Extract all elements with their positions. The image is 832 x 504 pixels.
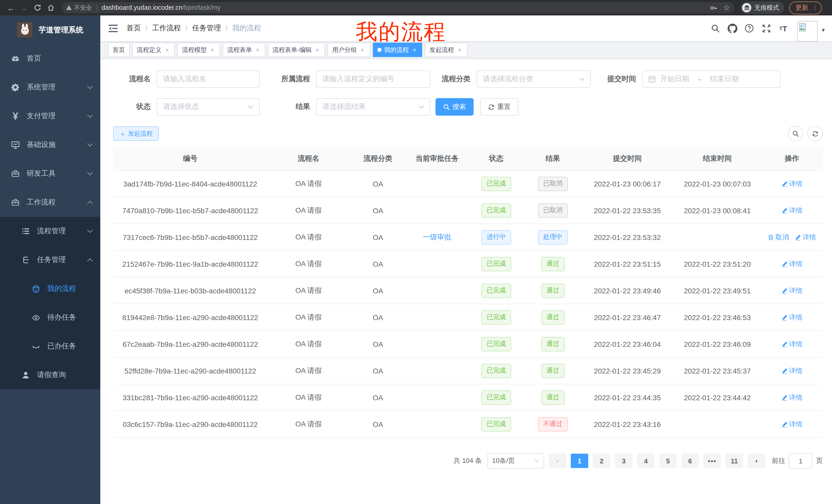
process-name-input[interactable]: 请输入流程名 — [157, 71, 260, 88]
bookmark-star-icon[interactable]: ☆ — [723, 3, 730, 12]
sidebar-item-研发工具[interactable]: 研发工具 — [0, 159, 100, 188]
filter-form: 流程名 请输入流程名 所属流程 请输入流程定义的编号 流程分类 请选择流程分类 — [100, 59, 832, 116]
detail-action[interactable]: 详情 — [781, 419, 802, 429]
detail-action[interactable]: 详情 — [781, 366, 802, 375]
tab-流程表单[interactable]: 流程表单× — [223, 43, 265, 57]
tab-close-icon[interactable]: × — [164, 47, 170, 53]
tab-流程定义[interactable]: 流程定义× — [132, 43, 175, 57]
app-logo[interactable]: 芋道管理系统 — [0, 16, 100, 44]
detail-action[interactable]: 详情 — [795, 232, 816, 242]
browser-update-button[interactable]: 更新 ⋮ — [789, 1, 822, 14]
tab-close-icon[interactable]: × — [457, 47, 463, 53]
browser-home-icon[interactable] — [44, 1, 58, 15]
current-task-link[interactable]: 一级审批 — [423, 232, 451, 241]
refresh-button[interactable] — [807, 126, 823, 141]
detail-action[interactable]: 详情 — [781, 393, 802, 402]
sidebar-item-支付管理[interactable]: 支付管理 — [0, 102, 100, 131]
tab-首页[interactable]: 首页 — [108, 43, 130, 57]
password-key-icon[interactable] — [709, 4, 717, 11]
gear-icon — [11, 83, 20, 91]
process-definition-input[interactable]: 请输入流程定义的编号 — [316, 71, 431, 88]
sidebar-collapse-icon[interactable] — [108, 23, 118, 33]
search-icon[interactable] — [710, 23, 721, 33]
help-icon[interactable] — [744, 23, 754, 33]
cell-actions: 详情 — [761, 411, 823, 438]
tab-close-icon[interactable]: × — [209, 47, 215, 53]
address-bar[interactable]: 不安全 dashboard.yudao.iocoder.cn/bpm/task/… — [62, 2, 734, 13]
page-button-11[interactable]: 11 — [726, 454, 743, 468]
cell-id: 67c2eaab-7b9a-11ec-a290-acde48001122 — [113, 331, 267, 357]
page-size-select[interactable]: 10条/页 — [488, 453, 544, 469]
browser-menu-kebab-icon[interactable]: ⋮ — [812, 4, 818, 11]
goto-page-input[interactable]: 1 — [789, 453, 812, 469]
detail-action[interactable]: 详情 — [781, 339, 802, 348]
browser-forward-icon[interactable]: → — [18, 1, 31, 15]
page-ellipsis: ••• — [703, 454, 721, 468]
cell-submit-time: 2022-01-22 23:44:35 — [581, 384, 674, 411]
sidebar-item-首页[interactable]: 首页 — [0, 44, 100, 73]
breadcrumb-task-mgmt[interactable]: 任务管理 — [192, 24, 221, 33]
tab-label: 首页 — [113, 46, 125, 54]
tab-close-icon[interactable]: × — [314, 47, 320, 53]
tab-close-icon[interactable]: × — [411, 47, 418, 53]
page-button-5[interactable]: 5 — [659, 454, 677, 468]
browser-back-icon[interactable]: ← — [4, 1, 18, 15]
detail-action[interactable]: 详情 — [781, 313, 802, 322]
next-page-button[interactable]: › — [748, 454, 765, 468]
status-badge: 已完成 — [482, 283, 511, 298]
security-label: 不安全 — [74, 4, 92, 11]
detail-action[interactable]: 详情 — [781, 206, 802, 215]
tab-close-icon[interactable]: × — [359, 47, 366, 53]
security-warning-icon[interactable]: 不安全 — [66, 4, 92, 11]
create-process-button[interactable]: ＋ 发起流程 — [113, 127, 159, 141]
detail-action[interactable]: 详情 — [781, 179, 802, 188]
reset-button[interactable]: 重置 — [480, 98, 518, 116]
chevron-down-icon — [419, 105, 424, 109]
cell-end-time: 2022-01-23 00:07:03 — [674, 170, 761, 197]
user-avatar[interactable]: ▼ — [797, 18, 826, 38]
tab-流程模型[interactable]: 流程模型× — [177, 43, 220, 57]
toggle-search-button[interactable] — [788, 126, 803, 141]
detail-action[interactable]: 详情 — [781, 286, 802, 295]
status-select[interactable]: 请选择状态 — [157, 98, 260, 116]
sidebar-item-工作流程[interactable]: 工作流程 — [0, 188, 100, 217]
sidebar-item-待办任务[interactable]: 待办任务 — [0, 303, 100, 332]
page-button-6[interactable]: 6 — [681, 454, 699, 468]
page-button-1[interactable]: 1 — [571, 454, 588, 468]
font-size-icon[interactable]: TT — [778, 23, 788, 33]
sidebar-item-已办任务[interactable]: 已办任务 — [0, 332, 100, 361]
sidebar-item-流程管理[interactable]: 流程管理 — [0, 217, 100, 246]
chevron-up-icon — [87, 258, 93, 262]
breadcrumb-workflow[interactable]: 工作流程 — [152, 24, 181, 33]
prev-page-button[interactable]: ‹ — [549, 454, 566, 468]
sidebar-item-任务管理[interactable]: 任务管理 — [0, 246, 100, 274]
result-select[interactable]: 请选择流结果 — [316, 98, 431, 116]
cell-category: OA — [350, 357, 406, 384]
browser-reload-icon[interactable] — [31, 1, 44, 15]
search-button[interactable]: 搜索 — [436, 98, 474, 116]
sidebar-item-系统管理[interactable]: 系统管理 — [0, 73, 100, 102]
submit-time-range-picker[interactable]: 开始日期 - 结束日期 — [642, 71, 781, 88]
cell-result: 通过 — [524, 277, 581, 304]
sidebar-item-基础设施[interactable]: 基础设施 — [0, 131, 100, 159]
cell-end-time: 2022-01-22 23:49:51 — [674, 277, 761, 304]
incognito-icon — [742, 3, 751, 12]
sidebar-item-请假查询[interactable]: 请假查询 — [0, 361, 100, 389]
column-header-编号: 编号 — [113, 147, 267, 170]
detail-action[interactable]: 详情 — [781, 259, 802, 269]
process-category-select[interactable]: 请选择流程分类 — [477, 71, 591, 88]
filter-row-1: 流程名 请输入流程名 所属流程 请输入流程定义的编号 流程分类 请选择流程分类 — [113, 71, 832, 88]
page-button-4[interactable]: 4 — [637, 454, 655, 468]
tab-流程表单-编辑[interactable]: 流程表单-编辑× — [268, 43, 325, 57]
sidebar-item-label: 首页 — [27, 54, 41, 63]
fullscreen-icon[interactable] — [761, 23, 771, 33]
filter-definition-label: 所属流程 — [268, 75, 316, 84]
cell-name: OA 请假 — [267, 384, 350, 411]
tab-close-icon[interactable]: × — [255, 47, 261, 53]
breadcrumb-home[interactable]: 首页 — [127, 24, 141, 33]
page-button-3[interactable]: 3 — [615, 454, 632, 468]
page-button-2[interactable]: 2 — [593, 454, 610, 468]
github-icon[interactable] — [727, 23, 737, 33]
sidebar-item-我的流程[interactable]: 我的流程 — [0, 274, 100, 303]
cancel-action[interactable]: 取消 — [768, 232, 789, 242]
